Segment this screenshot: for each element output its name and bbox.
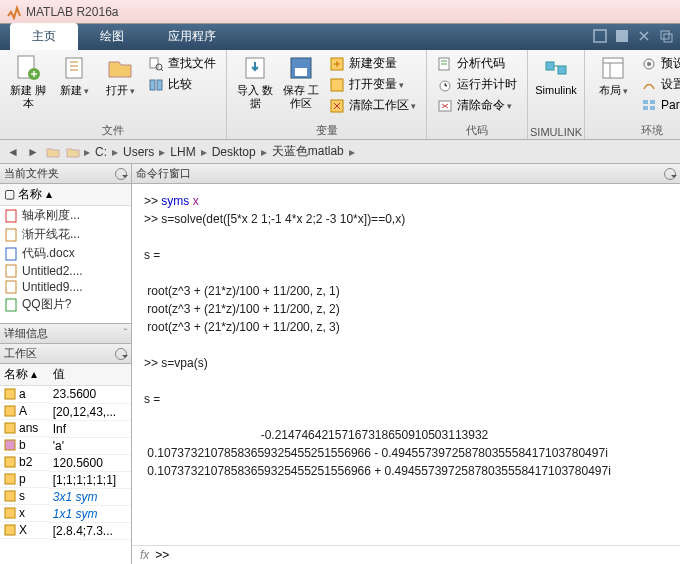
fx-icon[interactable]: fx (140, 548, 149, 562)
workspace-var-row[interactable]: ansInf (0, 420, 131, 437)
simulink-button[interactable]: Simulink (534, 52, 578, 97)
svg-rect-37 (5, 423, 15, 433)
command-window-label: 命令行窗口 (136, 166, 191, 181)
workspace-header[interactable]: 工作区 (0, 344, 131, 364)
workspace-var-row[interactable]: a23.5600 (0, 386, 131, 404)
left-panels: 当前文件夹 ▢ 名称 ▴ 轴承刚度...渐开线花...代码.docxUntitl… (0, 164, 132, 564)
tab-plots[interactable]: 绘图 (78, 23, 146, 50)
svg-rect-6 (66, 58, 82, 78)
group-simulink-label: SIMULINK (528, 126, 584, 138)
set-path-button[interactable]: 设置路径 (637, 75, 680, 94)
group-env-label: 环境 (585, 123, 680, 138)
workspace-var-row[interactable]: b2120.5600 (0, 454, 131, 471)
file-item[interactable]: Untitled2.... (0, 263, 131, 279)
crumb-1[interactable]: Users (120, 145, 157, 159)
dock-icon[interactable] (592, 28, 608, 44)
crumb-0[interactable]: C: (92, 145, 110, 159)
panel-menu-icon[interactable] (664, 168, 676, 180)
open-button[interactable]: 打开 (98, 52, 142, 98)
col-name[interactable]: ▢ 名称 ▴ (4, 186, 52, 203)
new-button[interactable]: 新建 (52, 52, 96, 98)
open-variable-button[interactable]: 打开变量 (325, 75, 420, 94)
ws-col-name[interactable]: 名称 ▴ (0, 364, 49, 386)
parallel-icon (641, 97, 657, 113)
find-files-button[interactable]: 查找文件 (144, 54, 220, 73)
group-code-label: 代码 (427, 123, 527, 138)
current-folder-header[interactable]: 当前文件夹 (0, 164, 131, 184)
new-script-button[interactable]: 新建 脚本 (6, 52, 50, 110)
command-output[interactable]: >> syms x>> s=solve(det([5*x 2 1;-1 4*x … (132, 184, 680, 545)
var-name: ans (19, 421, 38, 435)
matlab-logo-icon (6, 4, 22, 20)
simulink-icon (542, 54, 570, 82)
file-item[interactable]: 轴承刚度... (0, 206, 131, 225)
var-name: A (19, 404, 27, 418)
compare-button[interactable]: 比较 (144, 75, 220, 94)
var-name: a (19, 387, 26, 401)
workspace-var-row[interactable]: x1x1 sym (0, 505, 131, 522)
parallel-button[interactable]: Parallel (637, 96, 680, 114)
var-value: [2.8.4;7.3... (49, 522, 131, 539)
var-name: x (19, 506, 25, 520)
svg-rect-10 (157, 80, 162, 90)
import-icon (241, 54, 269, 82)
file-icon (4, 247, 18, 261)
workspace-var-row[interactable]: s3x1 sym (0, 488, 131, 505)
preferences-button[interactable]: 预设 (637, 54, 680, 73)
file-item[interactable]: QQ图片? (0, 295, 131, 314)
analyze-code-button[interactable]: 分析代码 (433, 54, 521, 73)
layout-icon (599, 54, 627, 82)
svg-rect-26 (650, 100, 655, 104)
svg-point-24 (647, 62, 651, 66)
workspace-var-row[interactable]: X[2.8.4;7.3... (0, 522, 131, 539)
var-icon (4, 439, 16, 451)
command-prompt-row[interactable]: fx >> (132, 545, 680, 564)
tab-apps[interactable]: 应用程序 (146, 23, 238, 50)
copy-icon[interactable] (658, 28, 674, 44)
clear-workspace-button[interactable]: 清除工作区 (325, 96, 420, 115)
var-name: p (19, 472, 26, 486)
crumb-3[interactable]: Desktop (209, 145, 259, 159)
crumb-2[interactable]: LHM (167, 145, 198, 159)
svg-rect-30 (6, 229, 16, 241)
svg-rect-35 (5, 389, 15, 399)
file-name: QQ图片? (22, 296, 71, 313)
save-quick-icon[interactable] (614, 28, 630, 44)
save-workspace-button[interactable]: 保存 工作区 (279, 52, 323, 110)
layout-button[interactable]: 布局 (591, 52, 635, 98)
run-and-time-button[interactable]: 运行并计时 (433, 75, 521, 94)
workspace-var-row[interactable]: A[20,12,43,... (0, 403, 131, 420)
import-data-button[interactable]: 导入 数据 (233, 52, 277, 110)
file-item[interactable]: 代码.docx (0, 244, 131, 263)
svg-rect-32 (6, 265, 16, 277)
gear-icon (641, 56, 657, 72)
var-name: X (19, 523, 27, 537)
workspace-var-row[interactable]: p[1;1;1;1;1;1] (0, 471, 131, 488)
svg-rect-31 (6, 248, 16, 260)
panel-menu-icon[interactable] (115, 168, 127, 180)
details-header[interactable]: 详细信息 ˇ (0, 324, 131, 344)
var-value: 1x1 sym (49, 505, 131, 522)
svg-rect-27 (643, 106, 648, 110)
forward-button[interactable]: ► (24, 143, 42, 161)
cut-icon[interactable] (636, 28, 652, 44)
back-button[interactable]: ◄ (4, 143, 22, 161)
new-variable-button[interactable]: 新建变量 (325, 54, 420, 73)
file-item[interactable]: 渐开线花... (0, 225, 131, 244)
browse-button[interactable] (64, 143, 82, 161)
up-folder-button[interactable] (44, 143, 62, 161)
svg-rect-7 (150, 58, 158, 68)
var-icon (4, 456, 16, 468)
clear-commands-button[interactable]: 清除命令 (433, 96, 521, 115)
workspace-var-row[interactable]: b'a' (0, 437, 131, 454)
tab-home[interactable]: 主页 (10, 23, 78, 50)
var-icon (4, 524, 16, 536)
ws-col-value[interactable]: 值 (49, 364, 131, 386)
command-window-header[interactable]: 命令行窗口 (132, 164, 680, 184)
details-label: 详细信息 (4, 326, 48, 341)
svg-rect-33 (6, 281, 16, 293)
file-item[interactable]: Untitled9.... (0, 279, 131, 295)
crumb-4[interactable]: 天蓝色matlab (269, 143, 347, 160)
panel-menu-icon[interactable] (115, 348, 127, 360)
svg-rect-39 (5, 457, 15, 467)
